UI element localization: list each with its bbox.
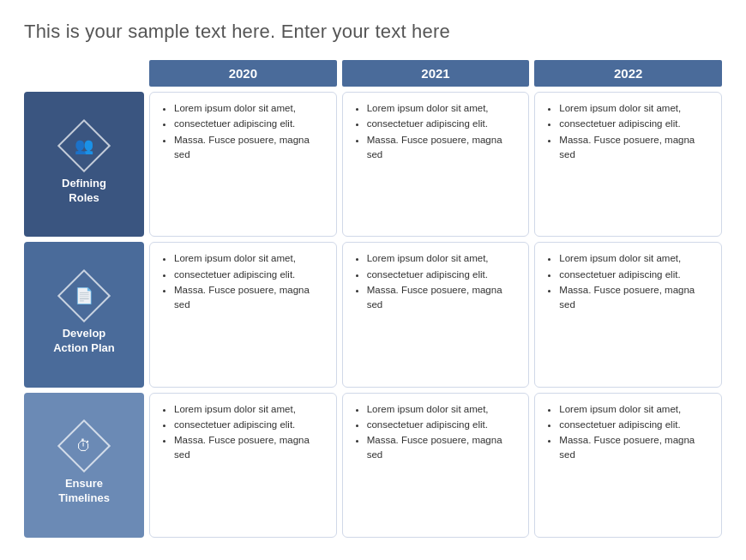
list-item: Massa. Fusce posuere, magna sed: [367, 133, 519, 163]
defining-roles-icon: 👥: [65, 127, 103, 165]
list-item: consectetuer adipiscing elit.: [559, 418, 711, 432]
table-container: 2020 2021 2022 👥 DefiningRoles Lorem ips…: [24, 60, 722, 543]
defining-roles-cell-2022: Lorem ipsum dolor sit amet, consectetuer…: [534, 92, 722, 237]
list-item: Massa. Fusce posuere, magna sed: [174, 133, 326, 163]
list-item: Lorem ipsum dolor sit amet,: [174, 251, 326, 266]
list-item: Lorem ipsum dolor sit amet,: [367, 251, 519, 266]
defining-roles-label: DefiningRoles: [62, 177, 106, 206]
list-item: consectetuer adipiscing elit.: [174, 117, 326, 131]
list-item: Massa. Fusce posuere, magna sed: [559, 133, 711, 163]
list-item: consectetuer adipiscing elit.: [174, 418, 326, 432]
header-col3: 2022: [534, 60, 722, 87]
list-item: Lorem ipsum dolor sit amet,: [174, 402, 326, 417]
defining-roles-cell-2021: Lorem ipsum dolor sit amet, consectetuer…: [342, 92, 530, 237]
list-item: Massa. Fusce posuere, magna sed: [367, 283, 519, 313]
label-ensure-timelines: ⏱ EnsureTimelines: [24, 393, 144, 538]
list-item: Lorem ipsum dolor sit amet,: [559, 101, 711, 116]
row-ensure-timelines: ⏱ EnsureTimelines Lorem ipsum dolor sit …: [24, 393, 722, 538]
ensure-timelines-cell-2022: Lorem ipsum dolor sit amet, consectetuer…: [534, 393, 722, 538]
list-item: consectetuer adipiscing elit.: [367, 268, 519, 282]
list-item: Lorem ipsum dolor sit amet,: [367, 101, 519, 116]
defining-roles-cell-2020: Lorem ipsum dolor sit amet, consectetuer…: [149, 92, 337, 237]
ensure-timelines-icon: ⏱: [65, 427, 103, 465]
list-item: Massa. Fusce posuere, magna sed: [367, 433, 519, 463]
header-col1: 2020: [149, 60, 337, 87]
list-item: Lorem ipsum dolor sit amet,: [559, 251, 711, 266]
develop-action-plan-list-2020: Lorem ipsum dolor sit amet, consectetuer…: [160, 251, 326, 313]
list-item: Massa. Fusce posuere, magna sed: [174, 433, 326, 463]
header-spacer: [24, 60, 144, 87]
list-item: consectetuer adipiscing elit.: [367, 117, 519, 131]
list-item: Massa. Fusce posuere, magna sed: [174, 283, 326, 313]
ensure-timelines-cell-2020: Lorem ipsum dolor sit amet, consectetuer…: [149, 393, 337, 538]
ensure-timelines-list-2022: Lorem ipsum dolor sit amet, consectetuer…: [545, 402, 711, 464]
ensure-timelines-list-2020: Lorem ipsum dolor sit amet, consectetuer…: [160, 402, 326, 464]
develop-action-plan-list-2021: Lorem ipsum dolor sit amet, consectetuer…: [353, 251, 519, 313]
row-defining-roles: 👥 DefiningRoles Lorem ipsum dolor sit am…: [24, 92, 722, 237]
list-item: Lorem ipsum dolor sit amet,: [559, 402, 711, 417]
develop-action-plan-cell-2020: Lorem ipsum dolor sit amet, consectetuer…: [149, 242, 337, 387]
row-develop-action-plan: 📄 DevelopAction Plan Lorem ipsum dolor s…: [24, 242, 722, 387]
develop-action-plan-label: DevelopAction Plan: [53, 327, 115, 356]
header-row: 2020 2021 2022: [24, 60, 722, 87]
develop-action-plan-cell-2022: Lorem ipsum dolor sit amet, consectetuer…: [534, 242, 722, 387]
defining-roles-list-2022: Lorem ipsum dolor sit amet, consectetuer…: [545, 101, 711, 163]
list-item: Massa. Fusce posuere, magna sed: [559, 433, 711, 463]
list-item: Massa. Fusce posuere, magna sed: [559, 283, 711, 313]
develop-action-plan-cell-2021: Lorem ipsum dolor sit amet, consectetuer…: [342, 242, 530, 387]
ensure-timelines-cell-2021: Lorem ipsum dolor sit amet, consectetuer…: [342, 393, 530, 538]
ensure-timelines-label: EnsureTimelines: [58, 477, 110, 506]
slide-title: This is your sample text here. Enter you…: [24, 21, 722, 43]
timelines-icon-glyph: ⏱: [76, 437, 92, 455]
develop-action-plan-icon: 📄: [65, 277, 103, 315]
roles-icon-glyph: 👥: [75, 136, 93, 155]
list-item: Lorem ipsum dolor sit amet,: [174, 101, 326, 116]
list-item: consectetuer adipiscing elit.: [559, 117, 711, 131]
list-item: consectetuer adipiscing elit.: [174, 268, 326, 282]
list-item: consectetuer adipiscing elit.: [367, 418, 519, 432]
defining-roles-list-2020: Lorem ipsum dolor sit amet, consectetuer…: [160, 101, 326, 163]
label-develop-action-plan: 📄 DevelopAction Plan: [24, 242, 144, 387]
header-col2: 2021: [342, 60, 530, 87]
defining-roles-list-2021: Lorem ipsum dolor sit amet, consectetuer…: [353, 101, 519, 163]
list-item: Lorem ipsum dolor sit amet,: [367, 402, 519, 417]
ensure-timelines-list-2021: Lorem ipsum dolor sit amet, consectetuer…: [353, 402, 519, 464]
label-defining-roles: 👥 DefiningRoles: [24, 92, 144, 237]
slide: This is your sample text here. Enter you…: [0, 0, 746, 560]
action-icon-glyph: 📄: [75, 286, 93, 305]
develop-action-plan-list-2022: Lorem ipsum dolor sit amet, consectetuer…: [545, 251, 711, 313]
list-item: consectetuer adipiscing elit.: [559, 268, 711, 282]
